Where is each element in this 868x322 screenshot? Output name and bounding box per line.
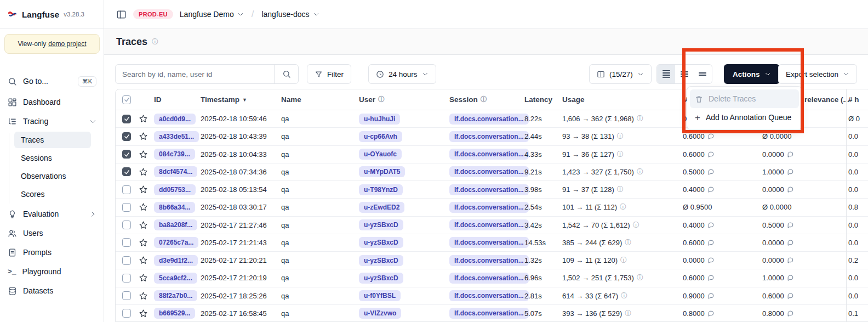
- row-height-large-button[interactable]: [694, 65, 712, 83]
- session-badge[interactable]: lf.docs.conversation...: [449, 202, 529, 213]
- session-badge[interactable]: lf.docs.conversation...: [449, 184, 529, 195]
- sidebar-item-sessions[interactable]: Sessions: [14, 150, 91, 166]
- sidebar-item-scores[interactable]: Scores: [14, 186, 91, 202]
- actions-button[interactable]: Actions: [724, 64, 780, 84]
- info-icon[interactable]: ⓘ: [617, 185, 624, 194]
- info-icon[interactable]: ⓘ: [625, 238, 631, 247]
- header-user[interactable]: User ⓘ: [359, 89, 385, 110]
- session-badge[interactable]: lf.docs.conversation...: [449, 219, 529, 230]
- session-badge[interactable]: lf.docs.conversation...: [449, 131, 529, 142]
- user-badge[interactable]: u-cp66Avh: [359, 131, 402, 142]
- table-row[interactable]: a433de51...2025-02-18 10:43:39qau-cp66Av…: [116, 128, 868, 145]
- info-icon[interactable]: ⓘ: [617, 132, 624, 141]
- demo-project-link[interactable]: demo project: [48, 40, 86, 48]
- user-badge[interactable]: u-VIZzvwo: [359, 308, 401, 319]
- trace-id-badge[interactable]: a0cd0d9...: [154, 114, 196, 125]
- user-badge[interactable]: u-yzSBxcD: [359, 273, 403, 284]
- bookmark-star[interactable]: [139, 217, 148, 234]
- bookmark-star[interactable]: [139, 128, 148, 145]
- search-submit-button[interactable]: [274, 65, 298, 83]
- trace-id-badge[interactable]: 084c739...: [154, 149, 195, 160]
- table-row[interactable]: 8dcf4574...2025-02-18 07:34:36qau-MYpDAT…: [116, 163, 868, 181]
- session-badge[interactable]: lf.docs.conversation...: [449, 308, 529, 319]
- row-checkbox[interactable]: [122, 115, 131, 123]
- row-checkbox[interactable]: [122, 238, 131, 247]
- row-checkbox[interactable]: [122, 309, 131, 318]
- info-icon[interactable]: ⓘ: [637, 273, 643, 283]
- row-checkbox[interactable]: [122, 203, 131, 212]
- user-badge[interactable]: u-T98YnzD: [359, 184, 403, 195]
- sidebar-item-playground[interactable]: >_ Playground: [3, 263, 101, 280]
- trace-id-badge[interactable]: a433de51...: [154, 131, 199, 142]
- info-icon[interactable]: ⓘ: [633, 221, 639, 230]
- row-checkbox[interactable]: [122, 132, 131, 141]
- info-icon[interactable]: ⓘ: [625, 309, 631, 318]
- sidebar-item-traces[interactable]: Traces: [14, 132, 91, 148]
- user-badge[interactable]: u-yzSBxcD: [359, 237, 403, 248]
- user-badge[interactable]: u-yzSBxcD: [359, 219, 403, 230]
- table-row[interactable]: d3e9d1f2...2025-02-17 21:20:21qau-yzSBxc…: [116, 252, 868, 269]
- table-row[interactable]: 07265c7a...2025-02-17 21:21:43qau-yzSBxc…: [116, 234, 868, 252]
- bookmark-star[interactable]: [139, 199, 148, 216]
- panel-left-icon[interactable]: [116, 9, 127, 20]
- filter-button[interactable]: Filter: [307, 64, 351, 84]
- menu-item-add-to-annotation-queue[interactable]: + Add to Annotation Queue: [690, 108, 799, 127]
- table-row[interactable]: 8b66a34...2025-02-18 03:30:17qau-zEwdED2…: [116, 199, 868, 216]
- table-row[interactable]: 084c739...2025-02-18 10:04:33qau-OYauofc…: [116, 146, 868, 163]
- info-icon[interactable]: ⓘ: [620, 256, 627, 265]
- row-checkbox[interactable]: [122, 256, 131, 265]
- bookmark-star[interactable]: [139, 110, 148, 127]
- bookmark-star[interactable]: [139, 181, 148, 198]
- trace-id-badge[interactable]: 88f2a7b0...: [154, 290, 197, 301]
- info-icon[interactable]: ⓘ: [637, 114, 643, 123]
- session-badge[interactable]: lf.docs.conversation...: [449, 149, 529, 160]
- trace-id-badge[interactable]: 07265c7a...: [154, 237, 198, 248]
- info-icon[interactable]: ⓘ: [617, 150, 624, 159]
- row-checkbox[interactable]: [122, 221, 131, 229]
- export-selection-button[interactable]: Export selection: [778, 64, 857, 84]
- row-checkbox[interactable]: [122, 274, 131, 283]
- trace-id-badge[interactable]: d3e9d1f2...: [154, 255, 198, 266]
- sidebar-item-dashboard[interactable]: Dashboard: [3, 93, 101, 111]
- session-badge[interactable]: lf.docs.conversation...: [449, 114, 529, 125]
- header-id[interactable]: ID: [154, 89, 162, 110]
- user-badge[interactable]: u-yzSBxcD: [359, 255, 403, 266]
- row-height-medium-button[interactable]: [675, 65, 693, 83]
- time-range-button[interactable]: 24 hours: [368, 64, 436, 84]
- table-row[interactable]: dd05753...2025-02-18 05:13:54qau-T98YnzD…: [116, 181, 868, 199]
- header-latency[interactable]: Latency: [524, 89, 552, 110]
- goto-search[interactable]: Go to... ⌘K: [3, 72, 101, 90]
- sidebar-item-observations[interactable]: Observations: [14, 168, 91, 184]
- select-all-checkbox[interactable]: [122, 95, 131, 104]
- trace-id-badge[interactable]: ba8a208f...: [154, 219, 197, 230]
- info-icon[interactable]: ⓘ: [637, 167, 643, 177]
- bookmark-star[interactable]: [139, 146, 148, 163]
- menu-item-delete-traces[interactable]: Delete Traces: [690, 89, 799, 108]
- header-count[interactable]: # h: [848, 89, 859, 110]
- trace-id-badge[interactable]: dd05753...: [154, 184, 196, 195]
- user-badge[interactable]: u-huJhuJi: [359, 114, 400, 125]
- user-badge[interactable]: u-f0YfBSL: [359, 290, 401, 301]
- bookmark-star[interactable]: [139, 234, 148, 251]
- info-icon[interactable]: ⓘ: [152, 37, 158, 47]
- table-row[interactable]: ba8a208f...2025-02-17 21:27:46qau-yzSBxc…: [116, 217, 868, 234]
- bookmark-star[interactable]: [139, 287, 148, 304]
- bookmark-star[interactable]: [139, 252, 148, 269]
- trace-id-badge[interactable]: b669529...: [154, 308, 195, 319]
- user-badge[interactable]: u-zEwdED2: [359, 202, 404, 213]
- row-checkbox[interactable]: [122, 167, 131, 176]
- trace-id-badge[interactable]: 5cca9cf2...: [154, 273, 197, 284]
- sidebar-item-users[interactable]: Users: [3, 224, 101, 242]
- session-badge[interactable]: lf.docs.conversation...: [449, 290, 529, 301]
- header-relevance[interactable]: relevance (...: [804, 89, 849, 110]
- table-row[interactable]: 5cca9cf2...2025-02-17 21:20:19qau-yzSBxc…: [116, 269, 868, 287]
- info-icon[interactable]: ⓘ: [621, 291, 627, 301]
- session-badge[interactable]: lf.docs.conversation...: [449, 237, 529, 248]
- info-icon[interactable]: ⓘ: [378, 95, 385, 104]
- table-row[interactable]: b669529...2025-02-17 16:58:45qau-VIZzvwo…: [116, 305, 868, 322]
- row-height-small-button[interactable]: [657, 65, 675, 83]
- header-timestamp[interactable]: Timestamp ▼: [201, 89, 247, 110]
- org-switcher[interactable]: Langfuse Demo: [180, 10, 244, 19]
- project-switcher[interactable]: langfuse-docs: [261, 10, 319, 19]
- row-checkbox[interactable]: [122, 150, 131, 159]
